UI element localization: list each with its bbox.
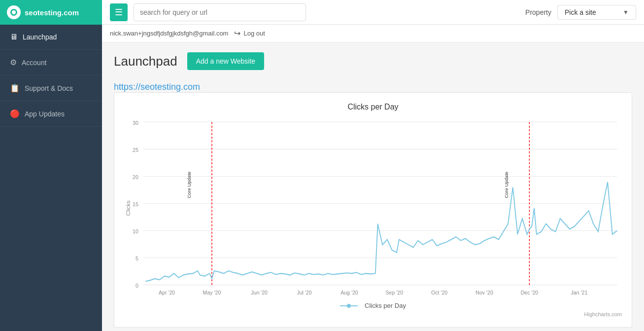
sidebar-item-app-updates[interactable]: 🔴 App Updates [0,101,102,127]
sidebar-item-label: Launchpad [23,33,57,41]
sidebar-item-account[interactable]: ⚙ Account [0,50,102,75]
svg-text:20: 20 [133,174,138,180]
highcharts-credit: Highcharts.com [124,311,622,317]
user-email: nick.swan+jngsdfjdsfgjkdsfgh@gmail.com [110,30,228,37]
svg-text:5: 5 [136,255,138,261]
main-content: ☰ Property Pick a site ▼ nick.swan+jngsd… [102,0,644,331]
chevron-down-icon: ▼ [623,9,629,16]
legend-label: Clicks per Day [365,302,406,309]
svg-text:Aug '20: Aug '20 [340,289,358,295]
update-icon: 🔴 [10,109,20,118]
sidebar-logo[interactable]: seotesting.com [0,0,102,25]
launchpad-header: Launchpad Add a new Website [114,52,632,70]
svg-text:Sep '20: Sep '20 [386,289,404,295]
add-website-button[interactable]: Add a new Website [187,52,264,70]
svg-text:Jul '20: Jul '20 [297,289,311,295]
sidebar-item-launchpad[interactable]: 🖥 Launchpad [0,25,102,50]
page-content: Launchpad Add a new Website https://seot… [102,42,644,331]
svg-text:15: 15 [133,201,138,207]
logo-icon [7,5,21,19]
svg-text:0: 0 [136,282,138,289]
sidebar: seotesting.com 🖥 Launchpad ⚙ Account 📋 S… [0,0,102,331]
site-url-link[interactable]: https://seotesting.com [114,82,200,92]
chart-container: Clicks per Day 30 25 20 15 10 5 0 [114,92,632,328]
svg-text:10: 10 [133,228,138,234]
svg-text:Core Update: Core Update [505,172,509,198]
logout-icon: ↪ [234,29,240,38]
svg-point-1 [12,10,16,14]
sidebar-item-label: Account [22,59,47,67]
sidebar-item-support-docs[interactable]: 📋 Support & Docs [0,75,102,101]
gear-icon: ⚙ [10,58,17,67]
chart-area: 30 25 20 15 10 5 0 Clicks [124,119,622,297]
pick-site-button[interactable]: Pick a site ▼ [557,5,636,20]
svg-text:Oct '20: Oct '20 [431,289,447,295]
top-nav: ☰ Property Pick a site ▼ [102,0,644,25]
svg-text:Jan '21: Jan '21 [571,289,588,295]
svg-text:Nov '20: Nov '20 [475,289,493,295]
svg-text:30: 30 [133,119,138,126]
menu-button[interactable]: ☰ [110,3,128,21]
logout-label: Log out [243,30,265,37]
chart-svg: 30 25 20 15 10 5 0 Clicks [124,119,622,297]
chart-legend: Clicks per Day [124,302,622,309]
svg-text:Jun '20: Jun '20 [251,289,268,295]
pick-site-label: Pick a site [565,8,596,16]
search-input[interactable] [134,3,306,21]
user-bar: nick.swan+jngsdfjdsfgjkdsfgh@gmail.com ↪… [102,25,644,42]
property-label: Property [525,8,551,16]
logo-text: seotesting.com [25,8,79,17]
svg-text:Dec '20: Dec '20 [521,289,538,295]
monitor-icon: 🖥 [10,33,18,41]
logout-button[interactable]: ↪ Log out [234,29,265,38]
svg-text:May '20: May '20 [203,289,221,295]
svg-text:Apr '20: Apr '20 [159,289,175,295]
sidebar-item-label: Support & Docs [25,84,73,92]
svg-text:Core Update: Core Update [187,172,192,198]
sidebar-item-label: App Updates [25,110,65,118]
chart-title: Clicks per Day [124,103,622,111]
page-title: Launchpad [114,54,177,69]
svg-text:Clicks: Clicks [125,200,131,216]
docs-icon: 📋 [10,83,20,93]
svg-text:25: 25 [133,147,138,153]
